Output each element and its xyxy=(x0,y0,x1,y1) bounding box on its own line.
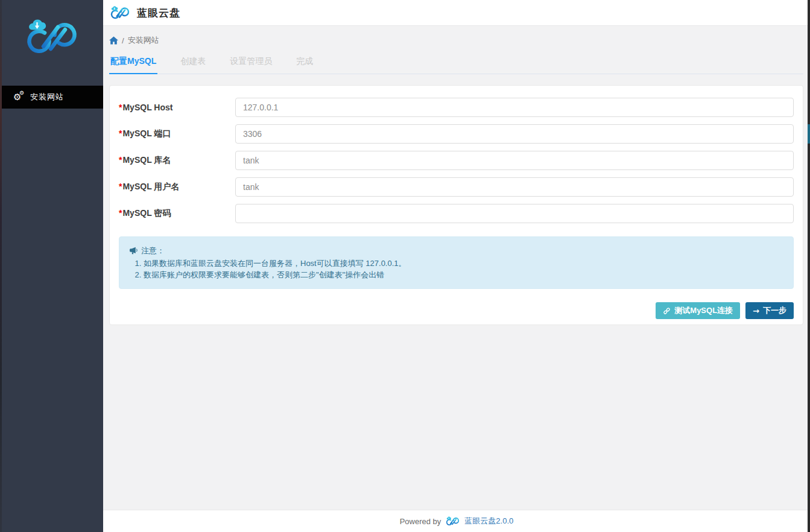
mysql-password-label: *MySQL 密码 xyxy=(119,208,235,219)
breadcrumb: / 安装网站 xyxy=(109,33,803,48)
home-icon[interactable] xyxy=(109,36,118,45)
sidebar: ⚙⚙ 安装网站 xyxy=(0,0,103,532)
window-scrollbar[interactable] xyxy=(808,0,810,532)
required-marker: * xyxy=(119,128,122,138)
footer: Powered by 蓝眼云盘2.0.0 xyxy=(103,510,810,532)
form-row-username: *MySQL 用户名 xyxy=(119,177,794,197)
notice-list: 如果数据库和蓝眼云盘安装在同一台服务器，Host可以直接填写 127.0.0.1… xyxy=(129,258,783,280)
notice-title: 注意： xyxy=(141,245,165,256)
mysql-host-input[interactable] xyxy=(235,98,794,117)
tab-configure-mysql[interactable]: 配置MySQL xyxy=(109,56,157,74)
powered-by-text: Powered by xyxy=(400,517,441,526)
breadcrumb-current: 安装网站 xyxy=(128,35,159,46)
tab-finish[interactable]: 完成 xyxy=(295,56,314,74)
app-logo-small xyxy=(109,5,131,20)
sidebar-menu: ⚙⚙ 安装网站 xyxy=(0,86,103,109)
bullhorn-icon xyxy=(129,247,138,255)
notice-alert: 注意： 如果数据库和蓝眼云盘安装在同一台服务器，Host可以直接填写 127.0… xyxy=(119,236,794,289)
form-row-host: *MySQL Host xyxy=(119,98,794,117)
mysql-username-label: *MySQL 用户名 xyxy=(119,182,235,192)
breadcrumb-separator: / xyxy=(122,36,124,45)
form-row-database: *MySQL 库名 xyxy=(119,151,794,170)
sidebar-item-label: 安装网站 xyxy=(30,92,64,103)
tab-setup-admin[interactable]: 设置管理员 xyxy=(229,56,273,74)
scrollbar-thumb[interactable] xyxy=(808,124,810,144)
mysql-database-label: *MySQL 库名 xyxy=(119,155,235,166)
top-header: 蓝眼云盘 xyxy=(103,0,810,26)
mysql-username-input[interactable] xyxy=(235,177,794,197)
notice-item: 如果数据库和蓝眼云盘安装在同一台服务器，Host可以直接填写 127.0.0.1… xyxy=(144,258,783,269)
next-step-button[interactable]: → 下一步 xyxy=(745,302,794,319)
mysql-port-label: *MySQL 端口 xyxy=(119,128,235,139)
mysql-host-label: *MySQL Host xyxy=(119,103,235,112)
gears-icon: ⚙⚙ xyxy=(13,93,25,102)
action-buttons: 测试MySQL连接 → 下一步 xyxy=(119,302,794,320)
required-marker: * xyxy=(119,103,122,112)
app-logo xyxy=(23,18,81,55)
sidebar-item-install-site[interactable]: ⚙⚙ 安装网站 xyxy=(0,86,103,109)
arrow-right-icon: → xyxy=(753,306,759,315)
page-title: 蓝眼云盘 xyxy=(137,6,180,20)
main-area: 蓝眼云盘 / 安装网站 配置MySQL 创建表 设置管理员 完成 *MySQL … xyxy=(103,0,810,532)
required-marker: * xyxy=(119,208,122,218)
form-row-password: *MySQL 密码 xyxy=(119,204,794,223)
form-row-port: *MySQL 端口 xyxy=(119,124,794,144)
sidebar-edge-decoration xyxy=(0,0,2,532)
content-area: / 安装网站 配置MySQL 创建表 设置管理员 完成 *MySQL Host … xyxy=(103,26,810,510)
wizard-tabs: 配置MySQL 创建表 设置管理员 完成 xyxy=(109,56,803,74)
footer-logo xyxy=(445,516,460,526)
notice-item: 数据库账户的权限要求要能够创建表，否则第二步"创建表"操作会出错 xyxy=(144,269,783,280)
link-icon xyxy=(663,307,671,315)
test-mysql-connection-button[interactable]: 测试MySQL连接 xyxy=(656,302,740,319)
required-marker: * xyxy=(119,182,122,191)
mysql-port-input[interactable] xyxy=(235,124,794,144)
mysql-database-input[interactable] xyxy=(235,151,794,170)
notice-title-row: 注意： xyxy=(129,245,783,256)
mysql-password-input[interactable] xyxy=(235,204,794,223)
tab-create-tables[interactable]: 创建表 xyxy=(179,56,207,74)
version-link[interactable]: 蓝眼云盘2.0.0 xyxy=(464,516,513,527)
required-marker: * xyxy=(119,155,122,165)
mysql-config-panel: *MySQL Host *MySQL 端口 *MySQL 库名 *MySQL 用… xyxy=(109,85,803,325)
